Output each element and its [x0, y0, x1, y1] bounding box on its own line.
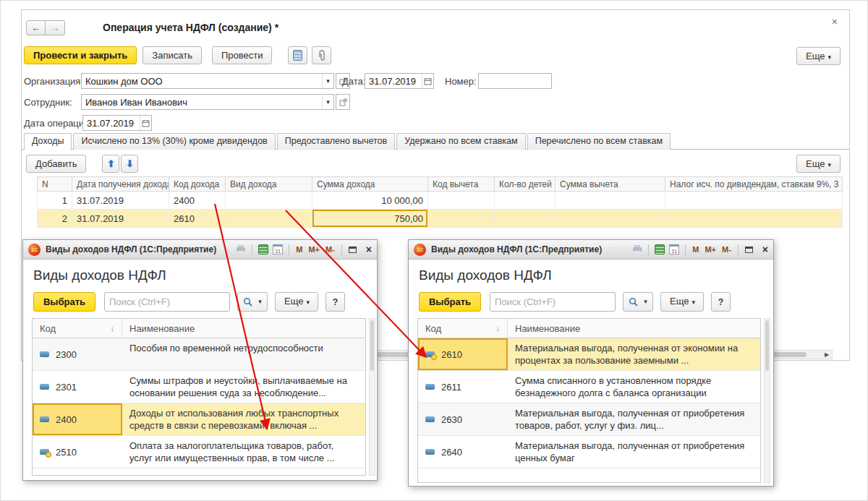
list-item[interactable]: 2640 Материальная выгода, полученная от …	[418, 436, 760, 468]
list-item[interactable]: 2510 Оплата за налогоплательщика товаров…	[33, 436, 365, 468]
cell-income-type[interactable]	[226, 192, 312, 210]
list-item[interactable]: 2630 Материальная выгода, полученная от …	[418, 403, 760, 436]
col-income-date[interactable]: Дата получения дохода	[72, 177, 169, 192]
memory-m-plus-button[interactable]: M+	[702, 245, 719, 254]
cell-deduction-sum[interactable]	[556, 192, 665, 210]
search-options-button[interactable]: ▾	[623, 292, 653, 312]
tab-calculated-13[interactable]: Исчислено по 13% (30%) кроме дивидендов	[73, 133, 275, 150]
help-button[interactable]: ?	[711, 292, 731, 312]
add-row-button[interactable]: Добавить	[26, 155, 86, 173]
list-item[interactable]: 2301 Суммы штрафов и неустойки, выплачив…	[33, 371, 365, 403]
calendar-button[interactable]: 31	[271, 243, 285, 256]
column-code[interactable]: Код↓	[33, 319, 122, 338]
post-button[interactable]: Провести	[212, 46, 273, 64]
select-button[interactable]: Выбрать	[33, 292, 95, 312]
vscrollbar-thumb[interactable]	[370, 320, 374, 371]
tab-deductions-provided[interactable]: Предоставлено вычетов	[277, 133, 395, 150]
cell-dividend-tax[interactable]	[665, 192, 843, 210]
cell-children-count[interactable]	[495, 192, 556, 210]
table-row[interactable]: 1 31.07.2019 2400 10 000,00	[38, 192, 843, 210]
cell-income-date[interactable]: 31.07.2019	[72, 192, 169, 210]
print-button[interactable]	[630, 243, 644, 256]
cell-deduction-code[interactable]	[428, 192, 495, 210]
list-item-selected[interactable]: 2400 Доходы от использования любых транс…	[33, 403, 365, 436]
chevron-down-icon[interactable]: ▾	[322, 95, 333, 109]
col-deduction-code[interactable]: Код вычета	[428, 177, 495, 192]
memory-m-button[interactable]: M	[689, 245, 702, 254]
cell-income-type[interactable]	[226, 210, 312, 228]
memory-m-plus-button[interactable]: M+	[305, 245, 323, 254]
post-and-close-button[interactable]: Провести и закрыть	[24, 46, 137, 64]
chevron-down-icon[interactable]: ▾	[322, 74, 333, 88]
close-icon[interactable]: ×	[762, 244, 768, 255]
col-income-type[interactable]: Вид дохода	[226, 177, 312, 192]
help-button[interactable]: ?	[326, 292, 345, 312]
cell-income-code[interactable]: 2610	[169, 210, 226, 228]
column-name[interactable]: Наименование	[122, 323, 365, 334]
list-item-selected[interactable]: 2610 Материальная выгода, полученная от …	[418, 338, 760, 371]
col-children-count[interactable]: Кол-во детей	[495, 177, 556, 192]
list-vscrollbar[interactable]	[369, 318, 375, 476]
cell-dividend-tax[interactable]	[665, 210, 843, 228]
table-row-selected[interactable]: 2 31.07.2019 2610 750,00	[38, 210, 843, 228]
operation-date-input[interactable]: 31.07.2019	[82, 115, 152, 131]
close-icon[interactable]: ×	[366, 244, 372, 255]
memory-m-button[interactable]: M	[293, 245, 305, 254]
maximize-button[interactable]	[346, 243, 360, 256]
cell-income-code[interactable]: 2400	[169, 192, 226, 210]
memory-m-minus-button[interactable]: M-	[323, 245, 338, 254]
vscrollbar-thumb[interactable]	[765, 320, 769, 371]
col-income-code[interactable]: Код дохода	[169, 177, 226, 192]
move-down-button[interactable]: ⬇	[121, 155, 138, 173]
search-input[interactable]	[105, 293, 241, 311]
search-input[interactable]	[490, 293, 626, 311]
employee-combobox[interactable]: Иванов Иван Иванович ▾	[81, 94, 334, 110]
cell-income-sum-focused[interactable]: 750,00	[312, 210, 428, 228]
print-button[interactable]	[234, 243, 248, 256]
cell-deduction-code[interactable]	[428, 210, 495, 228]
list-item[interactable]: 2300 Пособия по временной нетрудоспособн…	[33, 338, 365, 371]
tab-withheld-all-rates[interactable]: Удержано по всем ставкам	[396, 133, 525, 150]
cell-income-date[interactable]: 31.07.2019	[72, 210, 169, 228]
cell-deduction-sum[interactable]	[556, 210, 665, 228]
attachments-button[interactable]	[312, 46, 331, 64]
cell-children-count[interactable]	[495, 210, 556, 228]
calendar-button[interactable]: 31	[667, 243, 681, 256]
number-input[interactable]	[478, 73, 552, 89]
cell-n[interactable]: 1	[38, 192, 72, 210]
calculator-button[interactable]	[256, 243, 271, 256]
calculator-button[interactable]	[652, 243, 667, 256]
more-button-top[interactable]: Еще▾	[796, 47, 841, 65]
date-input[interactable]: 31.07.2019	[365, 73, 434, 89]
popup-titlebar[interactable]: 1С Виды доходов НДФЛ (1С:Предприятие) 31…	[23, 240, 377, 260]
more-button-grid[interactable]: Еще▾	[796, 155, 841, 173]
forward-arrow-icon[interactable]: →	[46, 20, 65, 35]
posting-report-button[interactable]	[288, 46, 307, 64]
column-code[interactable]: Код↓	[418, 319, 508, 338]
col-n[interactable]: N	[38, 177, 72, 192]
more-button[interactable]: Еще▾	[660, 292, 704, 312]
move-up-button[interactable]: ⬆	[102, 155, 119, 173]
col-income-sum[interactable]: Сумма дохода	[312, 177, 428, 192]
calendar-icon[interactable]	[422, 74, 433, 88]
write-button[interactable]: Записать	[142, 46, 202, 64]
scroll-right-icon[interactable]: ▶	[822, 351, 832, 359]
select-button[interactable]: Выбрать	[419, 292, 481, 312]
back-arrow-icon[interactable]: ←	[26, 20, 46, 35]
cell-n[interactable]: 2	[38, 210, 72, 228]
cell-income-sum[interactable]: 10 000,00	[312, 192, 428, 210]
col-dividend-tax[interactable]: Налог исч. по дивидендам, ставкам 9%, 3	[665, 177, 843, 192]
close-icon[interactable]: ×	[832, 16, 838, 27]
tab-transferred-all-rates[interactable]: Перечислено по всем ставкам	[527, 133, 671, 150]
column-name[interactable]: Наименование	[508, 323, 760, 334]
organization-combobox[interactable]: Кошкин дом ООО ▾	[81, 73, 334, 89]
maximize-button[interactable]	[742, 243, 757, 256]
employee-open-button[interactable]	[336, 94, 350, 110]
search-options-button[interactable]: ▾	[237, 292, 268, 312]
list-vscrollbar[interactable]	[764, 318, 770, 483]
list-item[interactable]: 2611 Сумма списанного в установленном по…	[418, 371, 760, 403]
tab-incomes[interactable]: Доходы	[24, 133, 72, 150]
more-button[interactable]: Еще▾	[275, 292, 318, 312]
calendar-icon[interactable]	[140, 116, 151, 130]
memory-m-minus-button[interactable]: M-	[719, 245, 734, 254]
